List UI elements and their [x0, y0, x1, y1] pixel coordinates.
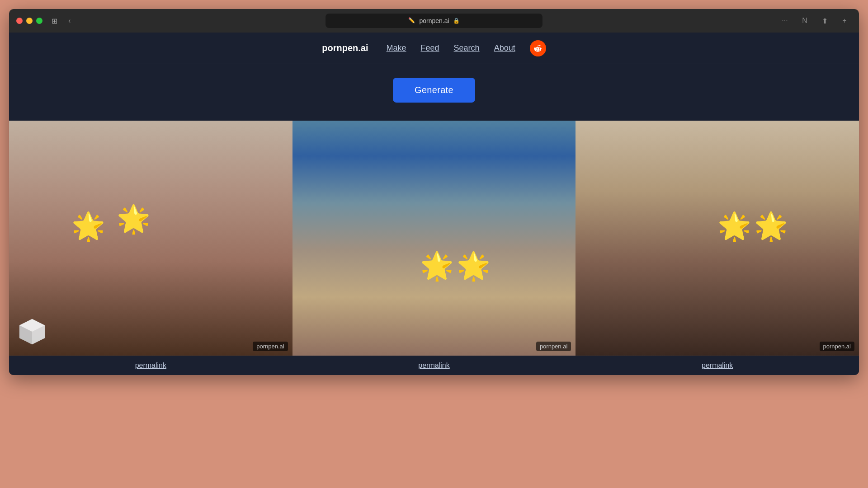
star-emoji-1-2: 🌟: [117, 203, 151, 235]
nav-make[interactable]: Make: [387, 43, 406, 53]
reddit-icon[interactable]: [530, 40, 546, 56]
app-brand[interactable]: pornpen.ai: [322, 43, 368, 53]
sidebar-toggle-icon[interactable]: ⊞: [52, 17, 57, 25]
nav-about[interactable]: About: [494, 43, 515, 53]
star-emoji-2-2: 🌟: [457, 250, 491, 282]
image-card-1: 🌟 🌟 pornpen.ai permalink: [9, 121, 292, 375]
star-emoji-3-1: 🌟: [717, 210, 751, 242]
permalink-bar-3: permalink: [576, 356, 859, 375]
star-emoji-3-2: 🌟: [754, 210, 788, 242]
back-button[interactable]: ‹: [65, 15, 74, 27]
address-bar[interactable]: ✏️ pornpen.ai 🔒: [326, 14, 542, 28]
nav-feed[interactable]: Feed: [421, 43, 439, 53]
minimize-button[interactable]: [26, 18, 33, 24]
app-navbar: pornpen.ai Make Feed Search About: [9, 33, 859, 64]
permalink-bar-2: permalink: [292, 356, 576, 375]
star-emoji-2-1: 🌟: [420, 250, 454, 282]
browser-titlebar: ⊞ ‹ ✏️ pornpen.ai 🔒 ··· N ⬆ +: [9, 9, 859, 33]
permalink-link-2[interactable]: permalink: [418, 361, 449, 369]
image-card-2: 🌟 🌟 pornpen.ai permalink: [292, 121, 576, 375]
browser-actions: ··· N ⬆ +: [778, 14, 852, 28]
lock-icon: 🔒: [453, 18, 460, 24]
hero-section: Generate: [9, 64, 859, 121]
image-3: 🌟 🌟 pornpen.ai: [576, 121, 859, 356]
browser-content: pornpen.ai Make Feed Search About Genera…: [9, 33, 859, 375]
share-button[interactable]: ⬆: [817, 14, 832, 28]
nav-links: Make Feed Search About: [387, 40, 546, 56]
notion-button[interactable]: N: [797, 14, 812, 28]
maximize-button[interactable]: [36, 18, 42, 24]
image-gallery: 🌟 🌟 pornpen.ai permalink: [9, 121, 859, 375]
permalink-link-1[interactable]: permalink: [135, 361, 166, 369]
nav-buttons: ‹: [65, 15, 74, 27]
star-emoji-1-1: 🌟: [71, 210, 105, 242]
browser-window: ⊞ ‹ ✏️ pornpen.ai 🔒 ··· N ⬆ + pornpen.ai…: [9, 9, 859, 375]
image-2: 🌟 🌟 pornpen.ai: [292, 121, 576, 356]
more-options-button[interactable]: ···: [778, 14, 792, 28]
close-button[interactable]: [16, 18, 23, 24]
permalink-bar-1: permalink: [9, 356, 292, 375]
watermark-1: pornpen.ai: [253, 342, 288, 351]
traffic-lights: [16, 18, 42, 24]
nav-search[interactable]: Search: [454, 43, 480, 53]
image-card-3: 🌟 🌟 pornpen.ai permalink: [576, 121, 859, 375]
new-tab-button[interactable]: +: [837, 14, 852, 28]
watermark-2: pornpen.ai: [536, 342, 571, 351]
address-text: pornpen.ai: [419, 17, 449, 24]
image-1: 🌟 🌟 pornpen.ai: [9, 121, 292, 356]
cube-icon: [16, 316, 48, 349]
watermark-3: pornpen.ai: [820, 342, 854, 351]
permalink-link-3[interactable]: permalink: [702, 361, 733, 369]
generate-button[interactable]: Generate: [393, 78, 475, 103]
favicon-icon: ✏️: [408, 17, 415, 24]
